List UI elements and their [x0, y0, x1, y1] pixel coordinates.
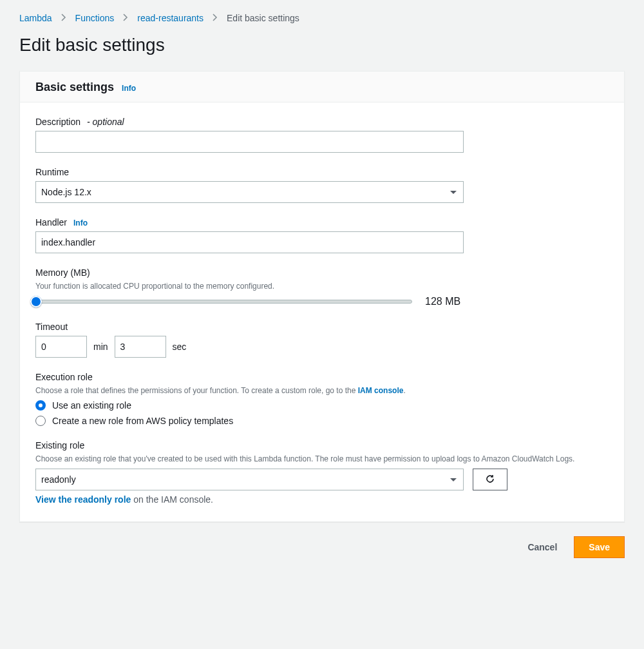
existing-role-hint: Choose an existing role that you've crea…	[35, 454, 609, 463]
timeout-field: Timeout min sec	[35, 322, 609, 358]
timeout-min-input[interactable]	[35, 336, 87, 358]
panel-info-link[interactable]: Info	[122, 84, 136, 93]
existing-role-field: Existing role Choose an existing role th…	[35, 440, 609, 505]
timeout-min-unit: min	[93, 342, 108, 352]
radio-unselected-icon	[35, 416, 46, 426]
radio-create-new-role[interactable]: Create a new role from AWS policy templa…	[35, 416, 609, 426]
memory-slider[interactable]	[35, 300, 412, 304]
runtime-label: Runtime	[35, 167, 69, 177]
radio-label: Use an existing role	[52, 400, 131, 411]
footer-actions: Cancel Save	[19, 536, 625, 558]
runtime-select[interactable]: Node.js 12.x	[35, 181, 464, 203]
chevron-right-icon	[61, 13, 66, 23]
breadcrumb-lambda[interactable]: Lambda	[19, 13, 52, 23]
chevron-right-icon	[213, 13, 218, 23]
view-role-suffix: on the IAM console.	[131, 494, 213, 505]
panel-title: Basic settings	[35, 81, 114, 94]
memory-value: 128 MB	[425, 296, 460, 307]
existing-role-select[interactable]: readonly	[35, 469, 464, 490]
handler-info-link[interactable]: Info	[73, 218, 88, 228]
radio-selected-icon	[35, 400, 46, 411]
radio-use-existing-role[interactable]: Use an existing role	[35, 400, 609, 411]
view-role-link[interactable]: View the readonly role	[35, 494, 131, 505]
description-field: Description - optional	[35, 117, 609, 153]
memory-hint: Your function is allocated CPU proportio…	[35, 282, 609, 291]
panel-header: Basic settings Info	[20, 72, 624, 102]
handler-input[interactable]	[35, 231, 464, 253]
handler-field: Handler Info	[35, 217, 609, 253]
refresh-icon	[485, 474, 495, 486]
timeout-sec-unit: sec	[173, 342, 187, 352]
breadcrumb-current: Edit basic settings	[227, 13, 299, 23]
memory-slider-thumb[interactable]	[30, 296, 42, 307]
execution-role-hint: Choose a role that defines the permissio…	[35, 386, 609, 395]
description-label: Description	[35, 117, 80, 127]
radio-label: Create a new role from AWS policy templa…	[52, 416, 233, 426]
existing-role-label: Existing role	[35, 440, 84, 450]
breadcrumb-functions[interactable]: Functions	[75, 13, 115, 23]
breadcrumb: Lambda Functions read-restaurants Edit b…	[19, 13, 625, 23]
runtime-field: Runtime Node.js 12.x	[35, 167, 609, 203]
timeout-label: Timeout	[35, 322, 68, 332]
description-input[interactable]	[35, 131, 464, 153]
page-title: Edit basic settings	[19, 35, 625, 55]
breadcrumb-function-name[interactable]: read-restaurants	[137, 13, 204, 23]
description-optional: - optional	[87, 117, 124, 127]
chevron-right-icon	[123, 13, 128, 23]
memory-label: Memory (MB)	[35, 267, 90, 278]
iam-console-link[interactable]: IAM console	[358, 386, 404, 395]
execution-role-field: Execution role Choose a role that define…	[35, 372, 609, 426]
refresh-roles-button[interactable]	[473, 469, 507, 490]
basic-settings-panel: Basic settings Info Description - option…	[19, 71, 625, 522]
execution-role-label: Execution role	[35, 372, 93, 382]
cancel-button[interactable]: Cancel	[521, 537, 564, 557]
memory-field: Memory (MB) Your function is allocated C…	[35, 267, 609, 307]
timeout-sec-input[interactable]	[115, 336, 166, 358]
handler-label: Handler	[35, 217, 67, 228]
save-button[interactable]: Save	[574, 536, 625, 558]
